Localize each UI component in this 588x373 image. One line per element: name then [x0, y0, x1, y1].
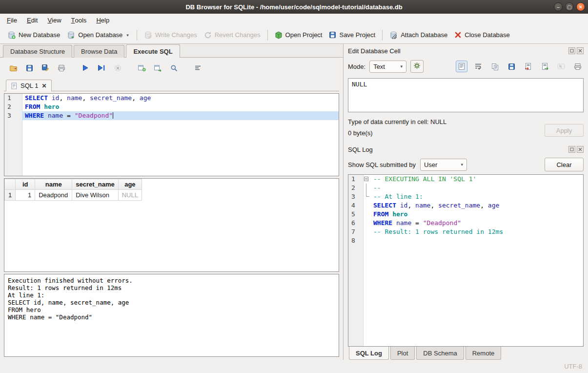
format-sql-button[interactable]	[191, 62, 204, 74]
copy-button[interactable]	[489, 61, 501, 72]
token: ,	[407, 202, 415, 209]
new-tab-button[interactable]	[135, 62, 148, 74]
close-edit-cell-icon[interactable]	[577, 47, 584, 54]
cell-name[interactable]: Deadpond	[35, 190, 72, 201]
message-line: SELECT id, name, secret_name, age	[8, 299, 335, 306]
row-number[interactable]: 1	[5, 190, 16, 201]
save-results-icon	[41, 64, 49, 72]
new-tab-icon	[138, 64, 146, 72]
dock-tab-sql-log[interactable]: SQL Log	[349, 347, 389, 360]
header-row: idnamesecret_nameage	[5, 179, 142, 190]
minimize-button[interactable]: –	[554, 2, 563, 11]
close-database-button[interactable]: Close Database	[451, 29, 513, 41]
sql-log-header: SQL Log	[348, 145, 584, 154]
float-sql-log-icon[interactable]	[568, 146, 575, 153]
format-sql-icon	[194, 65, 202, 71]
token: hero	[392, 210, 407, 218]
open-database-button[interactable]: Open Database▾	[63, 29, 133, 41]
tab-execute-sql[interactable]: Execute SQL	[126, 44, 180, 58]
save-cell-icon	[508, 63, 515, 70]
save-cell-button[interactable]	[506, 61, 517, 72]
window-title: DB Browser for SQLite - /home/user/code/…	[185, 3, 402, 11]
export-cell-icon	[541, 62, 548, 70]
main-tabbar: Database StructureBrowse DataExecute SQL	[0, 44, 343, 58]
tab-database-structure[interactable]: Database Structure	[3, 45, 72, 58]
save-sql-file-button[interactable]	[23, 62, 36, 74]
maximize-button[interactable]: ▢	[565, 2, 574, 11]
project-save-icon	[329, 31, 336, 39]
fold-marker[interactable]	[363, 192, 370, 201]
menu-edit[interactable]: Edit	[22, 14, 42, 26]
dock-tab-plot[interactable]: Plot	[390, 347, 415, 360]
attach-database-button[interactable]: Attach Database	[386, 29, 451, 41]
cell-content-editor[interactable]: NULL	[348, 78, 584, 112]
open-sql-file-button[interactable]	[7, 62, 20, 74]
open-database-dropdown-arrow[interactable]: ▾	[125, 33, 130, 38]
line-text: FROM hero	[22, 103, 339, 111]
cell-age[interactable]: NULL	[118, 190, 142, 201]
column-header-secret-name[interactable]: secret_name	[72, 179, 119, 190]
menubar: FileEditViewToolsHelp	[0, 14, 588, 26]
toolbar-separator	[382, 30, 383, 41]
open-window-button[interactable]	[151, 62, 164, 74]
titlebar: DB Browser for SQLite - /home/user/code/…	[0, 0, 588, 14]
save-project-button[interactable]: Save Project	[325, 29, 379, 41]
code-line: 2FROM hero	[4, 103, 339, 111]
submitted-by-label: Show SQL submitted by	[348, 161, 416, 168]
sql-tab-sql-1[interactable]: SQL 1✕	[6, 80, 52, 91]
text-view-button[interactable]	[456, 61, 467, 72]
cell-info: Type of data currently in cell: NULL 0 b…	[348, 118, 446, 137]
open-project-button[interactable]: Open Project	[271, 29, 326, 41]
new-database-button[interactable]: New Database	[4, 29, 63, 41]
cell-id[interactable]: 1	[16, 190, 35, 201]
project-open-icon	[275, 31, 283, 39]
execute-line-button[interactable]	[95, 62, 108, 74]
float-edit-cell-icon[interactable]	[568, 47, 575, 54]
submitted-by-select[interactable]: User ▾	[420, 159, 467, 171]
toolbar-button-label: Open Database	[78, 31, 122, 39]
toolbar-separator	[137, 30, 137, 41]
mode-select[interactable]: Text ▾	[369, 61, 406, 73]
column-header-name[interactable]: name	[35, 179, 72, 190]
fold-marker[interactable]	[363, 184, 370, 192]
print-button[interactable]	[55, 62, 68, 74]
menu-help[interactable]: Help	[91, 14, 114, 26]
menu-file[interactable]: File	[2, 14, 22, 26]
word-wrap-button[interactable]	[472, 61, 484, 72]
execute-all-button[interactable]	[79, 62, 92, 74]
clear-log-button[interactable]: Clear	[545, 158, 584, 171]
print-cell-button[interactable]	[572, 61, 584, 72]
fold-marker[interactable]	[363, 175, 370, 184]
token: FROM	[25, 103, 40, 110]
tab-browse-data[interactable]: Browse Data	[74, 45, 124, 58]
mode-label: Mode:	[348, 63, 365, 70]
column-header-age[interactable]: age	[118, 179, 142, 190]
token	[392, 219, 396, 227]
token	[40, 103, 44, 110]
import-cell-button[interactable]	[522, 61, 534, 72]
auto-mode-button[interactable]	[410, 60, 424, 73]
token: secret_name	[90, 94, 132, 102]
close-button[interactable]: ✕	[576, 2, 585, 11]
find-replace-button[interactable]	[167, 62, 180, 74]
sql-editor[interactable]: 1SELECT id, name, secret_name, age2FROM …	[4, 93, 339, 176]
left-pane: Database StructureBrowse DataExecute SQL…	[0, 44, 343, 360]
cell-secret-name[interactable]: Dive Wilson	[72, 190, 119, 201]
dock-tab-remote[interactable]: Remote	[466, 347, 502, 360]
code-line: 1-- EXECUTING ALL IN 'SQL 1'	[348, 175, 583, 184]
menu-view[interactable]: View	[42, 14, 66, 26]
save-results-button[interactable]	[39, 62, 52, 74]
toolbar-button-label: Save Project	[339, 31, 375, 39]
encoding-indicator[interactable]: UTF-8	[564, 363, 582, 370]
close-sql-log-icon[interactable]	[577, 146, 584, 153]
dock-tab-db-schema[interactable]: DB Schema	[416, 347, 464, 360]
export-cell-button[interactable]	[539, 61, 550, 72]
code-line: 4SELECT id, name, secret_name, age	[348, 201, 583, 210]
menu-tools[interactable]: Tools	[66, 14, 92, 26]
results-grid[interactable]: idnamesecret_nameage11DeadpondDive Wilso…	[4, 178, 339, 272]
column-header-id[interactable]: id	[16, 179, 35, 190]
token: -- Result: 1 rows returned in 12ms	[373, 228, 503, 235]
import-cell-icon	[525, 62, 532, 70]
close-tab-icon[interactable]: ✕	[41, 83, 46, 89]
sql-log-view[interactable]: 1-- EXECUTING ALL IN 'SQL 1'2--3-- At li…	[348, 174, 584, 347]
